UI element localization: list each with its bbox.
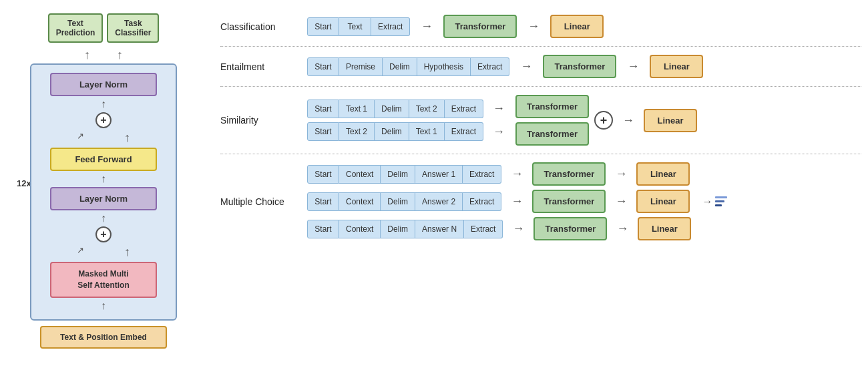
linear-mc1: Linear	[636, 162, 690, 186]
token-premise: Premise	[339, 57, 383, 76]
arrow-sim1: →	[493, 102, 505, 116]
layer-norm-bottom: Layer Norm	[50, 187, 157, 210]
main-container: Text Prediction Task Classifier ↑ ↑ 12x …	[0, 0, 868, 370]
arrow-c1: →	[421, 19, 433, 33]
seq-entailment: Start Premise Delim Hypothesis Extract	[307, 57, 509, 76]
tok-mc1-ans1: Answer 1	[415, 165, 463, 184]
mc-sequences: Start Context Delim Answer 1 Extract → T…	[307, 162, 691, 240]
seq-mc3: Start Context Delim Answer N Extract	[307, 220, 503, 238]
tok-s1-text1: Text 1	[339, 100, 375, 118]
transformer-sim1: Transformer	[515, 95, 589, 118]
feed-forward-box: Feed Forward	[50, 148, 157, 171]
tok-mc2-ctx: Context	[339, 192, 381, 211]
linear-c: Linear	[550, 15, 604, 38]
tok-mc3-ext: Extract	[464, 220, 503, 238]
arrow-c2: →	[527, 19, 539, 33]
arrow-up-ff2: ↑	[101, 174, 106, 184]
token-extract-c: Extract	[371, 17, 410, 36]
task-entailment: Entailment Start Premise Delim Hypothesi…	[220, 47, 861, 87]
arrow-sim3: →	[622, 114, 634, 128]
arrow-mc3: →	[512, 222, 524, 236]
tok-s2-extract: Extract	[445, 122, 483, 141]
plus-circle-bottom: +	[95, 226, 112, 242]
similarity-seqs: Start Text 1 Delim Text 2 Extract Start …	[307, 100, 483, 141]
tok-mc3-ansN: Answer N	[415, 220, 464, 238]
arrow-mc-stack: →	[702, 196, 712, 208]
twelve-x-label: 12x	[17, 178, 31, 188]
arrow-up-ff: ↑	[124, 131, 130, 145]
plus-circle-top: +	[95, 112, 112, 128]
tok-s1-start: Start	[307, 100, 339, 118]
tok-mc3-ctx: Context	[339, 220, 381, 238]
arrow-mc1b: →	[615, 167, 627, 181]
text-prediction-box: Text Prediction	[48, 13, 103, 43]
tok-mc2-start: Start	[307, 192, 339, 211]
tok-s1-delim: Delim	[375, 100, 409, 118]
tok-mc3-delim: Delim	[381, 220, 415, 238]
token-delim-e: Delim	[383, 57, 417, 76]
side-arrow-left: ↗	[77, 131, 84, 145]
token-start-e: Start	[307, 57, 339, 76]
arrow-e2: →	[627, 59, 639, 73]
transformer-mc2: Transformer	[532, 190, 606, 213]
arrow-up-embed: ↑	[101, 301, 106, 311]
tok-mc1-ctx: Context	[339, 165, 381, 184]
plus-circle-sim: +	[594, 111, 613, 130]
arrow-mc3b: →	[616, 222, 628, 236]
token-start-c: Start	[307, 17, 339, 36]
mc-stacked-icon	[715, 196, 727, 206]
label-entailment: Entailment	[220, 61, 300, 72]
embed-box: Text & Position Embed	[40, 326, 167, 349]
tok-s2-text2: Text 2	[339, 122, 375, 141]
task-similarity: Similarity Start Text 1 Delim Text 2 Ext…	[220, 87, 861, 154]
seq-mc2: Start Context Delim Answer 2 Extract	[307, 192, 501, 211]
token-text-c: Text	[339, 17, 371, 36]
linear-sim: Linear	[644, 109, 697, 132]
mc-row-1: Start Context Delim Answer 1 Extract → T…	[307, 162, 691, 186]
sim-arrows: → →	[489, 102, 509, 139]
transformer-mc1: Transformer	[532, 162, 606, 186]
stacked-line-2	[715, 200, 724, 202]
tok-s2-delim: Delim	[375, 122, 409, 141]
seq-classification: Start Text Extract	[307, 17, 410, 36]
tok-s2-text1: Text 1	[409, 122, 445, 141]
task-classifier-box: Task Classifier	[107, 13, 159, 43]
tok-mc1-delim: Delim	[381, 165, 415, 184]
tok-mc2-ext: Extract	[463, 192, 501, 211]
layer-norm-top: Layer Norm	[50, 73, 157, 96]
tok-s1-extract: Extract	[445, 100, 483, 118]
arrow-mc2: →	[511, 194, 523, 208]
task-multiple-choice: Multiple Choice Start Context Delim Answ…	[220, 154, 861, 248]
tok-mc1-start: Start	[307, 165, 339, 184]
seq-sim2: Start Text 2 Delim Text 1 Extract	[307, 122, 483, 141]
arrow-e1: →	[520, 59, 532, 73]
arrow-up-ln-bot: ↑	[101, 213, 106, 224]
side-arrow-left2: ↗	[77, 245, 84, 259]
tok-mc1-ext: Extract	[463, 165, 501, 184]
label-mc: Multiple Choice	[220, 196, 300, 207]
label-similarity: Similarity	[220, 115, 300, 126]
arrow-mc2b: →	[615, 194, 627, 208]
left-panel: Text Prediction Task Classifier ↑ ↑ 12x …	[7, 7, 200, 349]
transformer-c: Transformer	[443, 15, 517, 38]
stacked-line-3	[715, 204, 722, 206]
arrow-mc1: →	[511, 167, 523, 181]
tok-mc2-ans2: Answer 2	[415, 192, 463, 211]
mc-row-2: Start Context Delim Answer 2 Extract → T…	[307, 190, 691, 213]
transformer-e: Transformer	[543, 55, 616, 78]
transformer-sim2: Transformer	[515, 122, 589, 146]
tok-mc2-delim: Delim	[381, 192, 415, 211]
masked-attention-box: Masked Multi Self Attention	[50, 262, 157, 298]
label-classification: Classification	[220, 21, 300, 32]
linear-mc3: Linear	[638, 217, 691, 240]
sim-transformers: Transformer Transformer	[515, 95, 589, 146]
transformer-block: Layer Norm ↑ + ↗ ↑ Feed Forward ↑ Layer …	[30, 63, 177, 321]
mc-stack-icon-wrap: →	[702, 196, 727, 208]
token-hypothesis: Hypothesis	[417, 57, 471, 76]
token-extract-e: Extract	[471, 57, 509, 76]
seq-mc1: Start Context Delim Answer 1 Extract	[307, 165, 501, 184]
tok-s2-start: Start	[307, 122, 339, 141]
tok-s1-text2: Text 2	[409, 100, 445, 118]
linear-e: Linear	[650, 55, 703, 78]
arrow-up-ln-top: ↑	[101, 99, 106, 110]
